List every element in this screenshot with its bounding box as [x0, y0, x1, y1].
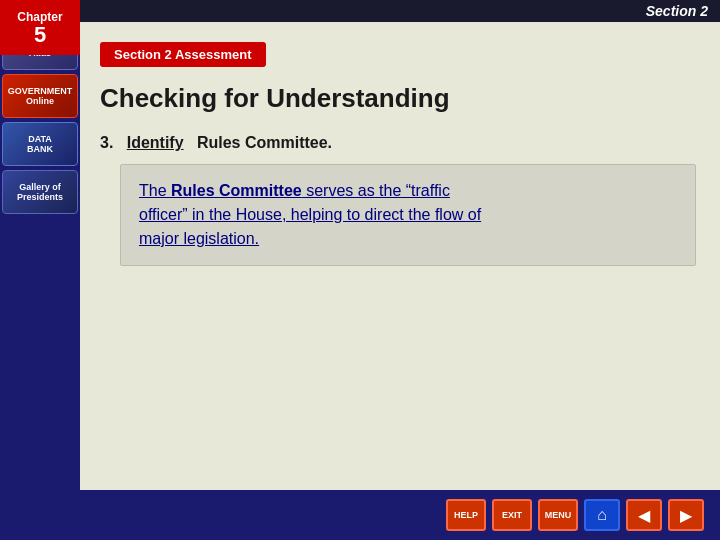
answer-text: The Rules Committee serves as the “traff… — [139, 179, 677, 251]
section-label: Section 2 — [646, 3, 708, 19]
question-text: Rules Committee. — [197, 134, 332, 151]
top-header: Section 2 — [0, 0, 720, 22]
answer-box: The Rules Committee serves as the “traff… — [120, 164, 696, 266]
help-button[interactable]: HELP — [446, 499, 486, 531]
assessment-banner: Section 2 Assessment — [100, 42, 266, 67]
question-number: 3. — [100, 134, 113, 151]
sidebar-item-data-bank[interactable]: DATABANK — [2, 122, 78, 166]
answer-highlight: Rules Committee — [171, 182, 302, 199]
main-content: Section 2 Assessment Checking for Unders… — [80, 22, 720, 490]
back-button[interactable]: ◀ — [626, 499, 662, 531]
question-verb: Identify — [127, 134, 184, 151]
page-title: Checking for Understanding — [100, 83, 696, 114]
bottom-toolbar: HELP EXIT MENU ⌂ ◀ ▶ — [0, 490, 720, 540]
chapter-box: Chapter 5 — [0, 0, 80, 55]
home-button[interactable]: ⌂ — [584, 499, 620, 531]
exit-button[interactable]: EXIT — [492, 499, 532, 531]
forward-button[interactable]: ▶ — [668, 499, 704, 531]
chapter-number: 5 — [34, 24, 46, 46]
sidebar-item-gallery-presidents[interactable]: Gallery ofPresidents — [2, 170, 78, 214]
answer-pre: The — [139, 182, 171, 199]
menu-button[interactable]: MENU — [538, 499, 578, 531]
sidebar-item-government-online[interactable]: GOVERNMENTOnline — [2, 74, 78, 118]
sidebar: ReferenceAtlas GOVERNMENTOnline DATABANK… — [0, 22, 80, 490]
question-item: 3. Identify Rules Committee. — [100, 134, 696, 152]
